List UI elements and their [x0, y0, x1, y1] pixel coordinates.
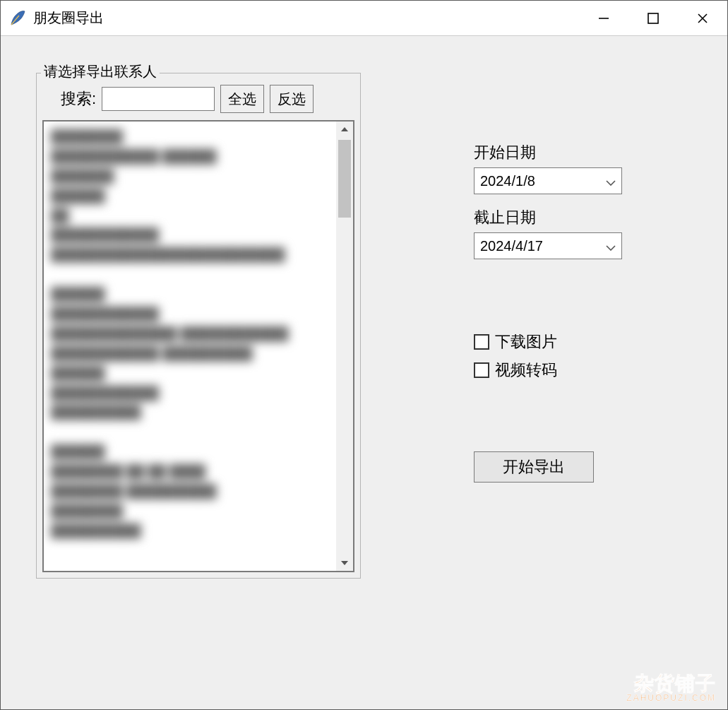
- checkbox-icon: [474, 334, 489, 350]
- options-panel: 开始日期 2024/1/8 截止日期 2024/4/17 下载图片: [474, 142, 622, 483]
- search-input[interactable]: [102, 87, 215, 111]
- search-label: 搜索:: [61, 88, 96, 110]
- scroll-thumb[interactable]: [338, 140, 351, 218]
- watermark-line2: ZAHUOPUZI.COM: [626, 694, 716, 702]
- watermark: 杂货铺子 ZAHUOPUZI.COM: [626, 674, 716, 702]
- select-all-button[interactable]: 全选: [220, 85, 264, 113]
- download-images-label: 下载图片: [495, 331, 557, 353]
- video-transcode-checkbox[interactable]: 视频转码: [474, 360, 557, 381]
- svg-marker-4: [341, 127, 348, 131]
- close-button[interactable]: [678, 1, 727, 35]
- invert-selection-button[interactable]: 反选: [270, 85, 314, 113]
- watermark-line1: 杂货铺子: [626, 674, 716, 694]
- chevron-down-icon: [606, 238, 616, 254]
- start-date-value: 2024/1/8: [480, 173, 535, 189]
- checkbox-icon: [474, 362, 489, 378]
- end-date-combobox[interactable]: 2024/4/17: [474, 232, 622, 259]
- window-controls: [579, 1, 727, 35]
- contact-list-placeholder: ████████ ████████████ ██████ ███████ ███…: [44, 122, 336, 571]
- svg-rect-1: [648, 13, 658, 23]
- contact-scrollbar[interactable]: [336, 122, 353, 571]
- end-date-label: 截止日期: [474, 207, 536, 228]
- search-row: 搜索: 全选 反选: [42, 81, 354, 120]
- minimize-button[interactable]: [579, 1, 628, 35]
- client-area: 请选择导出联系人 搜索: 全选 反选 ████████ ████████████…: [1, 36, 727, 709]
- svg-marker-5: [341, 561, 348, 565]
- download-images-checkbox[interactable]: 下载图片: [474, 331, 557, 353]
- video-transcode-label: 视频转码: [495, 360, 557, 381]
- scroll-up-icon[interactable]: [336, 122, 353, 137]
- app-window: 朋友圈导出 请选择导出联系人 搜索: 全选 反选: [0, 0, 728, 710]
- chevron-down-icon: [606, 173, 616, 189]
- scroll-down-icon[interactable]: [336, 555, 353, 571]
- titlebar: 朋友圈导出: [1, 1, 727, 36]
- start-export-button[interactable]: 开始导出: [474, 451, 594, 483]
- start-date-combobox[interactable]: 2024/1/8: [474, 167, 622, 194]
- contact-panel-legend: 请选择导出联系人: [41, 62, 160, 81]
- end-date-value: 2024/4/17: [480, 238, 543, 254]
- contact-listbox-container: ████████ ████████████ ██████ ███████ ███…: [42, 120, 354, 572]
- contact-panel: 请选择导出联系人 搜索: 全选 反选 ████████ ████████████…: [36, 73, 361, 579]
- contact-listbox[interactable]: ████████ ████████████ ██████ ███████ ███…: [44, 122, 336, 571]
- maximize-button[interactable]: [628, 1, 678, 35]
- feather-icon: [9, 10, 26, 27]
- window-title: 朋友圈导出: [33, 8, 104, 28]
- start-date-label: 开始日期: [474, 142, 536, 163]
